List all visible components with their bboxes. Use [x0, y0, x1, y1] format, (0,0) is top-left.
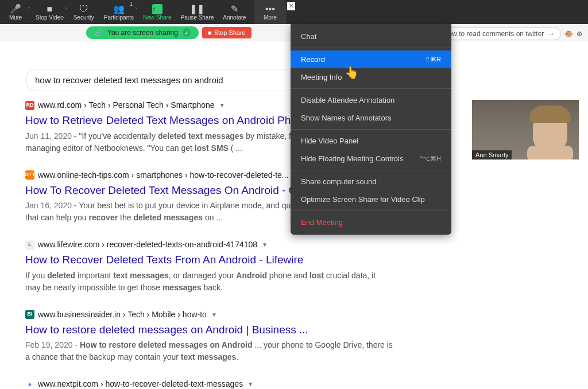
mute-button[interactable]: 🎤Mute⌄ — [0, 0, 31, 24]
menu-meeting-info[interactable]: Meeting Info — [291, 68, 451, 86]
crumb-text: www.lifewire.com › recover-deleted-texts… — [38, 239, 257, 251]
menu-chat[interactable]: Chat — [291, 28, 451, 45]
menu-hide-video[interactable]: Hide Video Panel — [291, 132, 451, 150]
microphone-icon: 🎤 — [10, 4, 21, 14]
extension-icon[interactable]: 🐵 — [564, 30, 573, 38]
video-icon: ■ — [47, 4, 53, 14]
security-label: Security — [74, 14, 94, 21]
new-share-button[interactable]: ↑New Share — [138, 0, 176, 24]
search-suggestion[interactable]: how to read comments on twitter → — [438, 28, 561, 40]
result-snippet: Feb 19, 2020 - How to restore deleted me… — [25, 339, 393, 363]
pause-icon: ❚❚ — [189, 4, 204, 14]
cursor-icon: 👆 — [345, 65, 359, 79]
participants-count: 1 — [130, 1, 133, 7]
pause-share-label: Pause Share — [180, 14, 214, 21]
annotate-label: Annotate — [223, 14, 246, 21]
result-title[interactable]: How to restore deleted messages on Andro… — [25, 322, 393, 339]
shield-icon: 🛡 — [79, 4, 88, 14]
menu-separator — [291, 129, 451, 130]
stop-share-label: Stop Share — [214, 29, 246, 36]
stop-icon: ■ — [208, 29, 212, 36]
menu-separator — [291, 211, 451, 211]
menu-separator — [291, 170, 451, 170]
favicon: BI — [25, 310, 34, 319]
stop-video-button[interactable]: ■Stop Video⌄ — [31, 0, 68, 24]
crumb-text: www.businessinsider.in › Tech › Mobile ›… — [38, 309, 207, 321]
share-status-pill: 🔗 You are screen sharing ✓ — [86, 26, 199, 39]
zoom-toolbar: 🎤Mute⌄ ■Stop Video⌄ 🛡Security 👥1Particip… — [0, 0, 588, 24]
share-up-icon: ↑ — [152, 4, 163, 14]
crumb-text: www.online-tech-tips.com › smartphones ›… — [38, 169, 289, 181]
result-breadcrumb: BIwww.businessinsider.in › Tech › Mobile… — [25, 309, 393, 321]
pencil-icon: ✎ — [231, 4, 238, 14]
extension-icon[interactable]: ⊕ — [577, 30, 582, 38]
menu-separator — [291, 88, 451, 89]
pause-share-button[interactable]: ❚❚Pause Share — [176, 0, 218, 24]
stop-video-label: Stop Video — [36, 14, 64, 21]
result-title[interactable]: How to Recover Deleted Texts From An And… — [25, 252, 393, 269]
mute-label: Mute — [9, 14, 22, 21]
more-button[interactable]: •••More — [254, 0, 286, 24]
menu-show-names[interactable]: Show Names of Annotators — [291, 109, 451, 127]
menu-hide-floating[interactable]: Hide Floating Meeting Controls^⌥⌘H — [291, 150, 451, 168]
favicon: L — [25, 240, 34, 250]
search-query-text: how to recover deleted text messages on … — [35, 75, 223, 85]
favicon: ▲ — [25, 380, 34, 389]
crumb-text: www.nextpit.com › how-to-recover-deleted… — [38, 378, 243, 389]
menu-share-sound[interactable]: Share computer sound — [291, 173, 451, 190]
favicon: RD — [25, 101, 34, 110]
search-result: ▲www.nextpit.com › how-to-recover-delete… — [25, 378, 393, 389]
shortcut: ^⌥⌘H — [420, 155, 441, 162]
participants-button[interactable]: 👥1Participants⌄ — [99, 0, 138, 24]
participants-label: Participants — [104, 14, 134, 21]
menu-separator — [291, 48, 451, 48]
menu-record[interactable]: Record⇧⌘R — [291, 50, 451, 68]
search-result: BIwww.businessinsider.in › Tech › Mobile… — [25, 309, 393, 364]
link-icon: 🔗 — [94, 29, 103, 37]
shortcut: ⇧⌘R — [425, 56, 441, 63]
menu-disable-annotation[interactable]: Disable Attendee Annotation — [291, 91, 451, 109]
search-result: Lwww.lifewire.com › recover-deleted-text… — [25, 239, 393, 294]
share-status-text: You are screen sharing — [107, 29, 178, 37]
chevron-down-icon[interactable]: ▼ — [219, 101, 225, 110]
chevron-down-icon[interactable]: ⌄ — [64, 5, 68, 10]
browser-right-controls: how to read comments on twitter → 🐵 ⊕ — [438, 28, 582, 40]
crumb-text: www.rd.com › Tech › Personal Tech › Smar… — [38, 99, 215, 111]
check-icon: ✓ — [183, 29, 191, 37]
result-breadcrumb: Lwww.lifewire.com › recover-deleted-text… — [25, 239, 393, 251]
chevron-down-icon[interactable]: ⌄ — [134, 5, 138, 10]
stop-share-button[interactable]: ■Stop Share — [202, 27, 252, 38]
more-label: More — [264, 14, 277, 21]
people-icon: 👥 — [113, 4, 125, 14]
chevron-down-icon[interactable]: ▼ — [262, 240, 268, 249]
dots-icon: ••• — [265, 4, 275, 14]
result-breadcrumb: ▲www.nextpit.com › how-to-recover-delete… — [25, 378, 393, 389]
new-share-label: New Share — [143, 14, 171, 21]
security-button[interactable]: 🛡Security — [68, 0, 99, 24]
video-panel[interactable]: Ann Smarty — [472, 100, 579, 160]
chevron-down-icon[interactable]: ▼ — [211, 310, 217, 319]
participant-name: Ann Smarty — [472, 150, 512, 160]
chevron-down-icon[interactable]: ▼ — [247, 380, 253, 388]
chevron-down-icon[interactable]: ⌄ — [27, 5, 31, 10]
menu-end-meeting[interactable]: End Meeting — [291, 213, 451, 231]
menu-optimize[interactable]: Optimize Screen Share for Video Clip — [291, 190, 451, 208]
favicon: OTT — [25, 170, 34, 180]
more-dropdown-menu: Chat Record⇧⌘R Meeting Info Disable Atte… — [291, 24, 451, 235]
share-status-bar: 🔗 You are screen sharing ✓ ■Stop Share — [86, 26, 252, 39]
result-snippet: If you deleted important text messages, … — [25, 270, 393, 294]
annotate-button[interactable]: ✎Annotate — [218, 0, 250, 24]
